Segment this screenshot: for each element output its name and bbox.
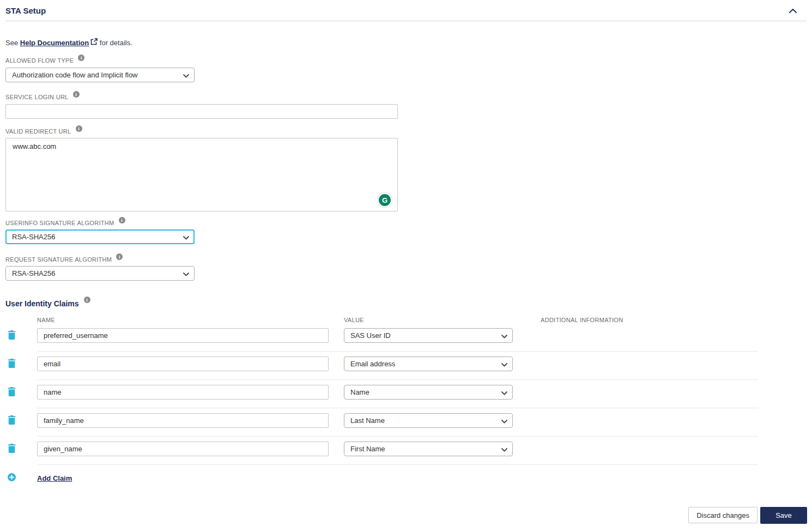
service-login-url-input[interactable] (5, 104, 398, 119)
claim-value-select[interactable]: SAS User ID (344, 328, 513, 343)
save-button[interactable]: Save (760, 507, 807, 524)
panel-content: See Help Documentation for details. ALLO… (0, 38, 812, 483)
valid-redirect-url-label: VALID REDIRECT URL (5, 128, 71, 135)
delete-claim-button[interactable] (5, 330, 37, 341)
claim-row: First Name (5, 442, 807, 456)
footer-actions: Discard changes Save (688, 507, 807, 524)
row-divider (37, 436, 758, 437)
plus-circle-icon (8, 473, 16, 483)
trash-icon (8, 444, 16, 455)
row-divider (37, 379, 758, 380)
delete-claim-button[interactable] (5, 387, 37, 398)
claim-value-select[interactable]: Last Name (344, 413, 513, 428)
help-link-label: Help Documentation (20, 39, 89, 47)
info-icon[interactable] (84, 297, 90, 303)
claim-name-input[interactable] (37, 328, 329, 343)
claim-row: Email address (5, 356, 807, 371)
info-icon[interactable] (76, 125, 82, 132)
userinfo-signature-algorithm-label: USERINFO SIGNATURE ALGORITHM (5, 220, 114, 227)
info-icon[interactable] (116, 253, 123, 260)
grammarly-icon[interactable]: G (379, 194, 391, 206)
claim-name-input[interactable] (37, 442, 329, 456)
chevron-up-icon (789, 7, 797, 15)
trash-icon (8, 359, 16, 370)
page-title: STA Setup (5, 6, 46, 15)
allowed-flow-type-label: ALLOWED FLOW TYPE (5, 57, 74, 64)
request-signature-algorithm-select[interactable]: RSA-SHA256 (5, 266, 195, 281)
column-header-name: NAME (37, 317, 344, 323)
external-link-icon (90, 38, 98, 47)
help-text: See Help Documentation for details. (5, 38, 807, 47)
claim-row: Last Name (5, 413, 807, 428)
add-claim-row: Add Claim (5, 473, 807, 483)
row-divider (37, 351, 758, 352)
add-claim-link[interactable]: Add Claim (37, 474, 344, 482)
user-identity-claims-heading: User Identity Claims (5, 299, 79, 308)
claim-name-input[interactable] (37, 385, 329, 400)
discard-changes-button[interactable]: Discard changes (688, 507, 758, 523)
delete-claim-button[interactable] (5, 415, 37, 426)
add-claim-button[interactable] (5, 473, 37, 483)
claim-name-input[interactable] (37, 356, 329, 371)
valid-redirect-url-textarea[interactable]: www.abc.com (5, 138, 398, 211)
claim-value-select[interactable]: Name (344, 385, 513, 400)
allowed-flow-type-select[interactable]: Authorization code flow and Implicit flo… (5, 68, 195, 82)
service-login-url-label: SERVICE LOGIN URL (5, 94, 69, 101)
trash-icon (8, 330, 16, 341)
request-signature-algorithm-label: REQUEST SIGNATURE ALGORITHM (5, 256, 112, 263)
help-suffix: for details. (100, 39, 132, 47)
claim-row: SAS User ID (5, 328, 807, 343)
claim-name-input[interactable] (37, 413, 329, 428)
claim-row: Name (5, 385, 807, 400)
row-divider (37, 408, 758, 408)
claim-value-select[interactable]: Email address (344, 356, 513, 371)
info-icon[interactable] (119, 217, 125, 223)
claims-table-header: NAME VALUE ADDITIONAL INFORMATION (5, 317, 807, 323)
panel-header: STA Setup (5, 0, 807, 21)
column-header-value: VALUE (344, 317, 541, 323)
delete-claim-button[interactable] (5, 444, 37, 455)
collapse-panel-button[interactable] (784, 5, 802, 16)
claim-value-select[interactable]: First Name (344, 442, 513, 456)
info-icon[interactable] (78, 55, 84, 61)
sta-setup-panel: STA Setup See Help Documentation for det… (0, 0, 812, 483)
trash-icon (8, 415, 16, 426)
column-header-additional: ADDITIONAL INFORMATION (541, 317, 807, 323)
trash-icon (8, 387, 16, 398)
delete-claim-button[interactable] (5, 359, 37, 370)
row-divider (37, 464, 758, 465)
userinfo-signature-algorithm-select[interactable]: RSA-SHA256 (5, 229, 195, 244)
info-icon[interactable] (73, 91, 80, 98)
help-prefix: See (5, 39, 18, 47)
help-documentation-link[interactable]: Help Documentation (20, 38, 98, 47)
